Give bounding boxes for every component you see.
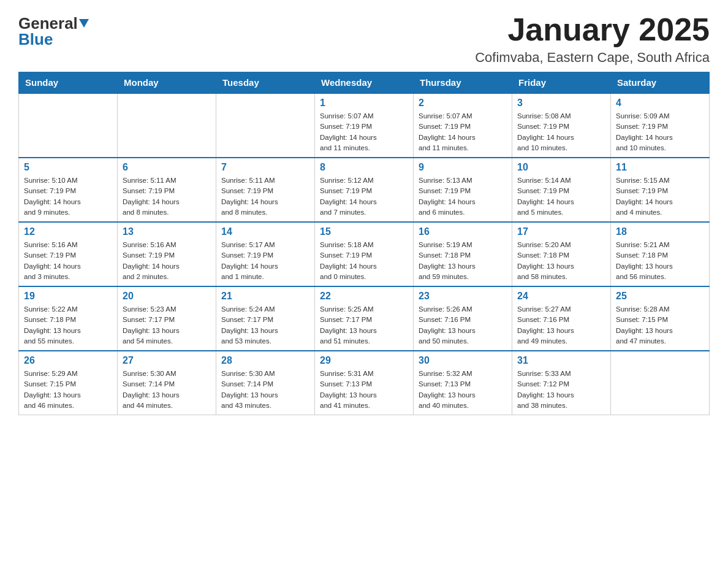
day-info: Sunrise: 5:28 AM Sunset: 7:15 PM Dayligh… bbox=[616, 304, 704, 347]
day-info: Sunrise: 5:24 AM Sunset: 7:17 PM Dayligh… bbox=[221, 304, 309, 347]
col-tuesday: Tuesday bbox=[216, 72, 315, 94]
col-saturday: Saturday bbox=[611, 72, 710, 94]
logo: General Blue bbox=[18, 12, 89, 47]
table-row: 25Sunrise: 5:28 AM Sunset: 7:15 PM Dayli… bbox=[611, 286, 710, 351]
table-row: 16Sunrise: 5:19 AM Sunset: 7:18 PM Dayli… bbox=[414, 222, 512, 286]
day-number: 14 bbox=[221, 226, 309, 237]
day-number: 16 bbox=[419, 226, 507, 237]
day-info: Sunrise: 5:31 AM Sunset: 7:13 PM Dayligh… bbox=[320, 369, 408, 411]
col-sunday: Sunday bbox=[19, 72, 118, 94]
table-row: 4Sunrise: 5:09 AM Sunset: 7:19 PM Daylig… bbox=[611, 93, 710, 158]
day-info: Sunrise: 5:08 AM Sunset: 7:19 PM Dayligh… bbox=[517, 111, 605, 153]
calendar-header-row: Sunday Monday Tuesday Wednesday Thursday… bbox=[19, 72, 710, 94]
col-thursday: Thursday bbox=[414, 72, 512, 94]
col-wednesday: Wednesday bbox=[315, 72, 414, 94]
day-info: Sunrise: 5:10 AM Sunset: 7:19 PM Dayligh… bbox=[24, 175, 112, 218]
day-info: Sunrise: 5:26 AM Sunset: 7:16 PM Dayligh… bbox=[419, 304, 507, 347]
table-row: 15Sunrise: 5:18 AM Sunset: 7:19 PM Dayli… bbox=[315, 222, 414, 286]
table-row: 22Sunrise: 5:25 AM Sunset: 7:17 PM Dayli… bbox=[315, 286, 414, 351]
day-number: 17 bbox=[517, 226, 605, 237]
table-row: 20Sunrise: 5:23 AM Sunset: 7:17 PM Dayli… bbox=[118, 286, 216, 351]
day-info: Sunrise: 5:17 AM Sunset: 7:19 PM Dayligh… bbox=[221, 240, 309, 282]
calendar-week-row: 26Sunrise: 5:29 AM Sunset: 7:15 PM Dayli… bbox=[19, 351, 710, 415]
day-info: Sunrise: 5:23 AM Sunset: 7:17 PM Dayligh… bbox=[123, 304, 211, 347]
day-number: 27 bbox=[123, 355, 211, 366]
day-info: Sunrise: 5:27 AM Sunset: 7:16 PM Dayligh… bbox=[517, 304, 605, 347]
table-row: 31Sunrise: 5:33 AM Sunset: 7:12 PM Dayli… bbox=[512, 351, 611, 415]
table-row bbox=[611, 351, 710, 415]
col-friday: Friday bbox=[512, 72, 611, 94]
day-info: Sunrise: 5:09 AM Sunset: 7:19 PM Dayligh… bbox=[616, 111, 704, 153]
table-row: 19Sunrise: 5:22 AM Sunset: 7:18 PM Dayli… bbox=[19, 286, 118, 351]
table-row: 10Sunrise: 5:14 AM Sunset: 7:19 PM Dayli… bbox=[512, 158, 611, 222]
day-number: 23 bbox=[419, 291, 507, 302]
day-number: 26 bbox=[24, 355, 112, 366]
calendar-week-row: 19Sunrise: 5:22 AM Sunset: 7:18 PM Dayli… bbox=[19, 286, 710, 351]
day-info: Sunrise: 5:22 AM Sunset: 7:18 PM Dayligh… bbox=[24, 304, 112, 347]
day-number: 3 bbox=[517, 98, 605, 109]
table-row: 9Sunrise: 5:13 AM Sunset: 7:19 PM Daylig… bbox=[414, 158, 512, 222]
day-number: 5 bbox=[24, 162, 112, 173]
day-number: 25 bbox=[616, 291, 704, 302]
day-number: 29 bbox=[320, 355, 408, 366]
calendar-week-row: 12Sunrise: 5:16 AM Sunset: 7:19 PM Dayli… bbox=[19, 222, 710, 286]
day-number: 24 bbox=[517, 291, 605, 302]
table-row: 21Sunrise: 5:24 AM Sunset: 7:17 PM Dayli… bbox=[216, 286, 315, 351]
table-row: 17Sunrise: 5:20 AM Sunset: 7:18 PM Dayli… bbox=[512, 222, 611, 286]
day-number: 10 bbox=[517, 162, 605, 173]
day-info: Sunrise: 5:20 AM Sunset: 7:18 PM Dayligh… bbox=[517, 240, 605, 282]
day-info: Sunrise: 5:07 AM Sunset: 7:19 PM Dayligh… bbox=[419, 111, 507, 153]
day-number: 12 bbox=[24, 226, 112, 237]
day-info: Sunrise: 5:30 AM Sunset: 7:14 PM Dayligh… bbox=[221, 369, 309, 411]
calendar-week-row: 1Sunrise: 5:07 AM Sunset: 7:19 PM Daylig… bbox=[19, 93, 710, 158]
table-row bbox=[118, 93, 216, 158]
day-info: Sunrise: 5:19 AM Sunset: 7:18 PM Dayligh… bbox=[419, 240, 507, 282]
table-row: 30Sunrise: 5:32 AM Sunset: 7:13 PM Dayli… bbox=[414, 351, 512, 415]
calendar-table: Sunday Monday Tuesday Wednesday Thursday… bbox=[18, 72, 710, 415]
table-row: 14Sunrise: 5:17 AM Sunset: 7:19 PM Dayli… bbox=[216, 222, 315, 286]
table-row: 28Sunrise: 5:30 AM Sunset: 7:14 PM Dayli… bbox=[216, 351, 315, 415]
day-number: 15 bbox=[320, 226, 408, 237]
table-row: 2Sunrise: 5:07 AM Sunset: 7:19 PM Daylig… bbox=[414, 93, 512, 158]
table-row: 1Sunrise: 5:07 AM Sunset: 7:19 PM Daylig… bbox=[315, 93, 414, 158]
logo-blue-text: Blue bbox=[18, 31, 53, 47]
day-info: Sunrise: 5:30 AM Sunset: 7:14 PM Dayligh… bbox=[123, 369, 211, 411]
day-info: Sunrise: 5:12 AM Sunset: 7:19 PM Dayligh… bbox=[320, 175, 408, 218]
location-subtitle: Cofimvaba, Eastern Cape, South Africa bbox=[475, 50, 710, 66]
day-info: Sunrise: 5:32 AM Sunset: 7:13 PM Dayligh… bbox=[419, 369, 507, 411]
day-info: Sunrise: 5:11 AM Sunset: 7:19 PM Dayligh… bbox=[123, 175, 211, 218]
logo-general-text: General bbox=[18, 15, 78, 31]
table-row: 6Sunrise: 5:11 AM Sunset: 7:19 PM Daylig… bbox=[118, 158, 216, 222]
calendar-week-row: 5Sunrise: 5:10 AM Sunset: 7:19 PM Daylig… bbox=[19, 158, 710, 222]
table-row: 11Sunrise: 5:15 AM Sunset: 7:19 PM Dayli… bbox=[611, 158, 710, 222]
day-number: 19 bbox=[24, 291, 112, 302]
day-number: 22 bbox=[320, 291, 408, 302]
day-number: 1 bbox=[320, 98, 408, 109]
table-row: 3Sunrise: 5:08 AM Sunset: 7:19 PM Daylig… bbox=[512, 93, 611, 158]
day-info: Sunrise: 5:21 AM Sunset: 7:18 PM Dayligh… bbox=[616, 240, 704, 282]
table-row: 24Sunrise: 5:27 AM Sunset: 7:16 PM Dayli… bbox=[512, 286, 611, 351]
day-info: Sunrise: 5:16 AM Sunset: 7:19 PM Dayligh… bbox=[123, 240, 211, 282]
day-number: 28 bbox=[221, 355, 309, 366]
table-row: 12Sunrise: 5:16 AM Sunset: 7:19 PM Dayli… bbox=[19, 222, 118, 286]
table-row: 26Sunrise: 5:29 AM Sunset: 7:15 PM Dayli… bbox=[19, 351, 118, 415]
day-info: Sunrise: 5:29 AM Sunset: 7:15 PM Dayligh… bbox=[24, 369, 112, 411]
day-info: Sunrise: 5:33 AM Sunset: 7:12 PM Dayligh… bbox=[517, 369, 605, 411]
day-info: Sunrise: 5:13 AM Sunset: 7:19 PM Dayligh… bbox=[419, 175, 507, 218]
day-info: Sunrise: 5:14 AM Sunset: 7:19 PM Dayligh… bbox=[517, 175, 605, 218]
day-number: 9 bbox=[419, 162, 507, 173]
day-number: 21 bbox=[221, 291, 309, 302]
day-number: 11 bbox=[616, 162, 704, 173]
day-number: 7 bbox=[221, 162, 309, 173]
day-info: Sunrise: 5:15 AM Sunset: 7:19 PM Dayligh… bbox=[616, 175, 704, 218]
day-number: 31 bbox=[517, 355, 605, 366]
table-row bbox=[216, 93, 315, 158]
day-info: Sunrise: 5:16 AM Sunset: 7:19 PM Dayligh… bbox=[24, 240, 112, 282]
day-number: 8 bbox=[320, 162, 408, 173]
table-row: 18Sunrise: 5:21 AM Sunset: 7:18 PM Dayli… bbox=[611, 222, 710, 286]
month-year-title: January 2025 bbox=[475, 12, 710, 47]
day-number: 20 bbox=[123, 291, 211, 302]
page-header: General Blue January 2025 Cofimvaba, Eas… bbox=[18, 12, 710, 66]
col-monday: Monday bbox=[118, 72, 216, 94]
table-row: 27Sunrise: 5:30 AM Sunset: 7:14 PM Dayli… bbox=[118, 351, 216, 415]
